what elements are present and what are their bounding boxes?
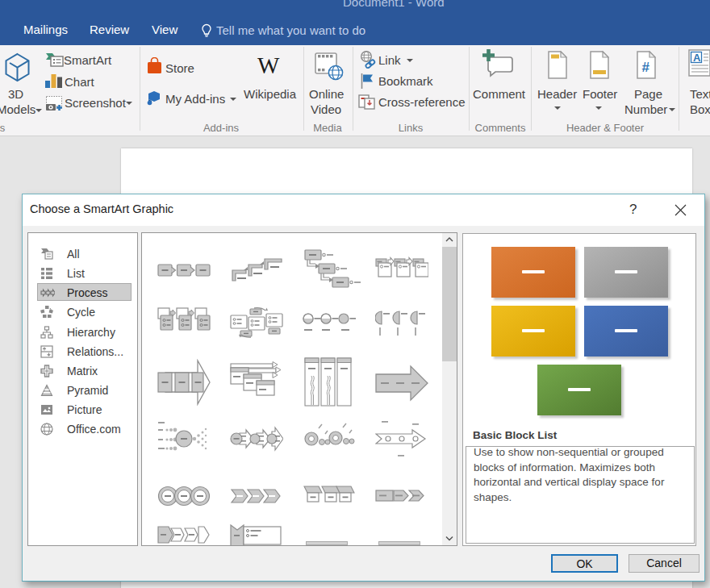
svg-text:A: A bbox=[693, 52, 701, 64]
svg-text:#: # bbox=[642, 60, 650, 75]
